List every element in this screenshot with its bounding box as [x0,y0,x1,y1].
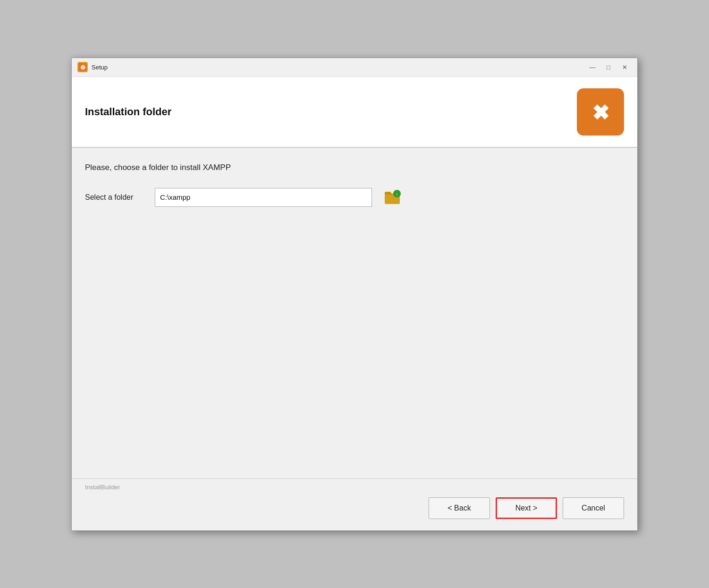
next-button[interactable]: Next > [496,497,557,519]
browse-icon: ↓ [383,189,402,206]
back-button[interactable]: < Back [429,497,490,519]
description-text: Please, choose a folder to install XAMPP [85,163,624,172]
folder-label: Select a folder [85,193,146,202]
button-row: < Back Next > Cancel [85,497,624,519]
window-controls: — □ ✕ [585,61,632,73]
setup-window: ⊕ Setup — □ ✕ Installation folder ✖ Plea… [71,58,638,531]
minimize-button[interactable]: — [585,61,599,73]
svg-text:⊕: ⊕ [80,64,85,71]
folder-input[interactable] [155,188,372,207]
content-section: Please, choose a folder to install XAMPP… [72,148,637,478]
titlebar-left: ⊕ Setup [77,62,108,72]
close-button[interactable]: ✕ [617,61,632,73]
installbuilder-label: InstallBuilder [85,484,624,491]
titlebar: ⊕ Setup — □ ✕ [72,58,637,77]
folder-row: Select a folder ↓ [85,187,624,207]
svg-text:✖: ✖ [592,101,609,124]
xampp-logo: ✖ [577,88,624,136]
browse-button[interactable]: ↓ [380,187,404,207]
footer-section: InstallBuilder < Back Next > Cancel [72,478,637,530]
maximize-button[interactable]: □ [601,61,616,73]
page-title: Installation folder [85,106,171,118]
window-title: Setup [92,64,108,71]
cancel-button[interactable]: Cancel [563,497,624,519]
svg-text:↓: ↓ [396,191,398,196]
xampp-logo-svg: ✖ [584,95,617,128]
header-section: Installation folder ✖ [72,77,637,148]
app-icon: ⊕ [77,62,88,72]
